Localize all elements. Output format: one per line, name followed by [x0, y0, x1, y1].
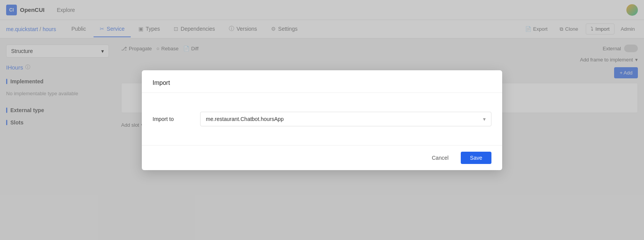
import-modal: Import Import to me.restaurant.Chatbot.h…	[142, 70, 502, 170]
modal-body: Import to me.restaurant.Chatbot.hoursApp…	[142, 93, 502, 145]
save-button[interactable]: Save	[461, 152, 491, 164]
select-arrow-icon: ▾	[483, 116, 486, 122]
modal-title: Import	[142, 70, 502, 93]
import-to-label: Import to	[153, 116, 191, 122]
modal-overlay: Import Import to me.restaurant.Chatbot.h…	[0, 0, 644, 240]
import-to-select[interactable]: me.restaurant.Chatbot.hoursApp ▾	[200, 112, 491, 126]
cancel-button[interactable]: Cancel	[424, 152, 456, 164]
modal-footer: Cancel Save	[142, 145, 502, 170]
import-to-select-value: me.restaurant.Chatbot.hoursApp	[206, 116, 284, 122]
